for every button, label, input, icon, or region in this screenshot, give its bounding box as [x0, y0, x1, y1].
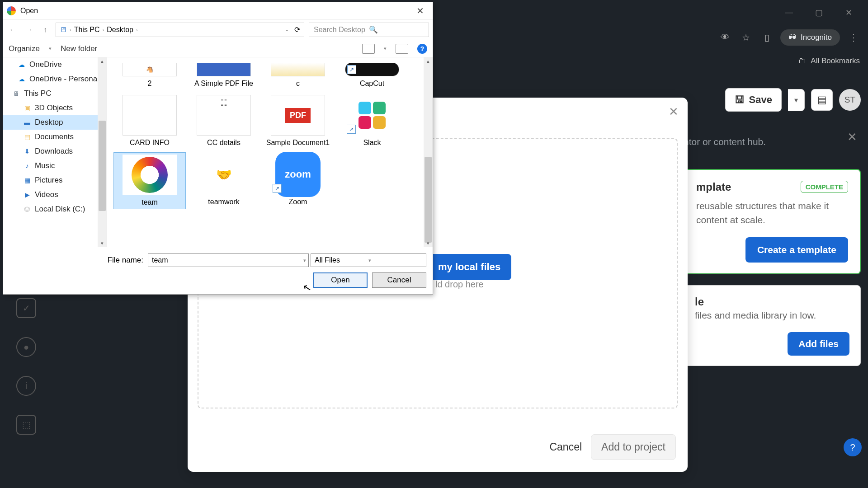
panel-icon[interactable]: ▯ [760, 30, 774, 45]
pc-icon: 🖥 [60, 26, 67, 34]
help-button[interactable]: ? [844, 438, 862, 456]
create-template-button[interactable]: Create a template [745, 237, 848, 263]
nav-back-icon[interactable]: ← [7, 24, 19, 36]
cancel-button[interactable]: Cancel [372, 272, 426, 288]
tree-item-pictures[interactable]: ▦Pictures [3, 173, 107, 188]
archive-icon[interactable]: ▤ [811, 89, 833, 111]
radio-icon[interactable]: ● [16, 337, 36, 357]
incognito-icon: 🕶 [788, 33, 796, 42]
folder-tree: ☁OneDrive ☁OneDrive - Personal 🖥This PC … [3, 57, 107, 247]
tree-item-downloads[interactable]: ⬇Downloads [3, 144, 107, 159]
menu-icon[interactable]: ⋮ [846, 30, 861, 45]
nav-up-icon[interactable]: ↑ [39, 24, 51, 36]
search-icon: 🔍 [369, 25, 424, 34]
view-icon[interactable] [362, 44, 375, 54]
file-item[interactable]: 🤝teamwork [188, 152, 260, 209]
file-item[interactable]: zoomZoom [262, 152, 334, 209]
folder-icon: 🗀 [798, 56, 806, 66]
card-desc: reusable structures that make it content… [696, 199, 848, 227]
file-item[interactable]: CapCut [336, 61, 408, 89]
incognito-label: Incognito [801, 33, 832, 42]
file-item[interactable]: ≡ ≡≡ ≡CC details [188, 93, 260, 149]
drag-drop-text: ld drop here [435, 279, 484, 290]
save-dropdown[interactable]: ▾ [788, 89, 805, 111]
new-folder-button[interactable]: New folder [61, 44, 97, 53]
path-dropdown-icon[interactable]: ⌄ [285, 27, 289, 33]
filetype-select[interactable]: All Files▾ [311, 253, 426, 267]
tree-item-local-disk[interactable]: ⛁Local Disk (C:) [3, 202, 107, 216]
tree-item-videos[interactable]: ▶Videos [3, 188, 107, 202]
modal-cancel-button[interactable]: Cancel [549, 441, 582, 453]
open-button[interactable]: Open [313, 272, 368, 288]
chrome-icon [7, 6, 16, 15]
file-item[interactable]: CARD INFO [113, 93, 186, 149]
file-item[interactable]: PDFSample Document1 [262, 93, 334, 149]
refresh-icon[interactable]: ⟳ [294, 25, 300, 34]
close-icon[interactable]: ✕ [847, 130, 857, 144]
tree-item-onedrive-personal[interactable]: ☁OneDrive - Personal [3, 72, 107, 86]
browse-local-button[interactable]: my local files [427, 254, 511, 280]
file-item-selected[interactable]: team [113, 152, 186, 209]
tree-item-this-pc[interactable]: 🖥This PC [3, 86, 107, 101]
path-segment[interactable]: This PC [74, 26, 100, 34]
help-icon[interactable]: ? [417, 44, 427, 54]
tree-item-3d[interactable]: ▣3D Objects [3, 101, 107, 115]
preview-pane-icon[interactable] [396, 44, 408, 54]
organize-menu[interactable]: Organize [9, 44, 40, 53]
avatar[interactable]: ST [839, 89, 861, 111]
file-grid: 🐴2 A Simple PDF File c CapCut CARD INFO … [107, 57, 433, 247]
card-title: le [695, 296, 849, 308]
tree-scrollbar[interactable]: ▴ ▾ [98, 57, 107, 247]
add-to-project-button[interactable]: Add to project [591, 434, 676, 460]
files-scrollbar[interactable]: ▴ ▾ [424, 57, 433, 247]
window-close-icon[interactable]: ✕ [838, 4, 859, 22]
file-item[interactable]: 🐴2 [113, 61, 186, 89]
nav-forward-icon[interactable]: → [23, 24, 35, 36]
file-item[interactable]: Slack [336, 93, 408, 149]
path-bar[interactable]: 🖥 › This PC › Desktop › ⌄ ⟳ [56, 23, 304, 37]
tree-item-onedrive[interactable]: ☁OneDrive [3, 57, 107, 72]
dialog-close-icon[interactable]: ✕ [411, 5, 429, 16]
file-item[interactable]: A Simple PDF File [188, 61, 260, 89]
tree-item-documents[interactable]: ▤Documents [3, 130, 107, 144]
cube-icon[interactable]: ⬚ [16, 415, 36, 435]
filename-input[interactable] [148, 253, 309, 267]
save-icon: 🖫 [735, 94, 745, 106]
dialog-title: Open [20, 7, 38, 15]
intro-text: ntor or content hub. [684, 131, 861, 158]
file-item[interactable]: c [262, 61, 334, 89]
all-bookmarks-link[interactable]: 🗀 All Bookmarks [798, 56, 860, 66]
file-open-dialog: Open ✕ ← → ↑ 🖥 › This PC › Desktop › ⌄ ⟳… [3, 2, 433, 295]
card-title: mplate [696, 181, 731, 193]
files-card: le files and media library in low. Add f… [684, 285, 861, 366]
incognito-badge[interactable]: 🕶 Incognito [780, 29, 840, 46]
tree-item-music[interactable]: ♪Music [3, 159, 107, 173]
template-card: mplate COMPLETE reusable structures that… [684, 169, 861, 274]
star-icon[interactable]: ☆ [739, 30, 753, 45]
search-input[interactable]: Search Desktop 🔍 [309, 23, 429, 37]
window-maximize-icon[interactable]: ▢ [808, 4, 829, 22]
info-icon[interactable]: i [16, 376, 36, 396]
modal-close-icon[interactable]: ✕ [669, 105, 679, 119]
add-files-button[interactable]: Add files [788, 332, 849, 356]
path-segment[interactable]: Desktop [107, 26, 133, 34]
tree-item-desktop[interactable]: ▬Desktop [3, 115, 107, 130]
hidden-icon[interactable]: 👁 [718, 30, 732, 45]
checkbox-icon[interactable]: ✓ [16, 298, 36, 318]
filename-label: File name: [108, 256, 143, 265]
card-desc: files and media library in low. [695, 308, 849, 323]
status-badge: COMPLETE [801, 181, 848, 193]
save-button[interactable]: 🖫 Save [725, 88, 782, 112]
window-minimize-icon[interactable]: — [778, 4, 799, 22]
